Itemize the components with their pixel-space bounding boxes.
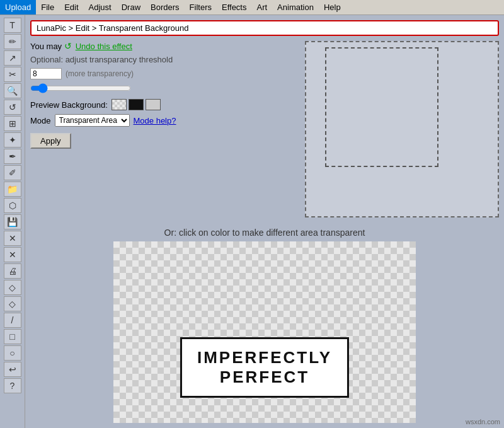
tool-zoom[interactable]: 🔍 xyxy=(4,83,21,98)
menu-help[interactable]: Help xyxy=(319,0,346,14)
tool-diamond2[interactable]: ◇ xyxy=(4,296,21,311)
tool-circle[interactable]: ○ xyxy=(4,345,21,361)
swatch-white[interactable] xyxy=(112,99,127,110)
preview-panel xyxy=(305,41,499,217)
menubar: Upload File Edit Adjust Draw Borders Fil… xyxy=(0,0,504,15)
tool-arrow[interactable]: ↗ xyxy=(4,50,21,66)
tool-pencil[interactable]: ✏ xyxy=(4,34,21,49)
tool-shape[interactable]: ⬡ xyxy=(4,198,21,213)
swatch-black[interactable] xyxy=(129,99,144,110)
main-layout: T ✏ ↗ ✂ 🔍 ↺ ⊞ ✦ ✒ ✐ 📁 ⬡ 💾 ✕ ✕ 🖨 ◇ ◇ / □ … xyxy=(0,15,504,428)
tool-close-x[interactable]: ✕ xyxy=(4,231,21,246)
menu-draw[interactable]: Draw xyxy=(117,0,146,14)
preview-bg-row: Preview Background: xyxy=(30,99,295,110)
tool-grid[interactable]: ⊞ xyxy=(4,116,21,131)
mode-help-link[interactable]: Mode help? xyxy=(134,116,176,125)
undo-row: You may ↺ Undo this effect xyxy=(30,41,295,51)
tool-rotate[interactable]: ↺ xyxy=(4,100,21,115)
menu-adjust[interactable]: Adjust xyxy=(84,0,117,14)
menu-edit[interactable]: Edit xyxy=(59,0,83,14)
menu-borders[interactable]: Borders xyxy=(146,0,185,14)
tool-line[interactable]: / xyxy=(4,313,21,328)
optional-row: Optional: adjust transparancy threshold xyxy=(30,55,295,64)
tool-rect[interactable]: □ xyxy=(4,329,21,344)
menu-animation[interactable]: Animation xyxy=(272,0,319,14)
menu-filters[interactable]: Filters xyxy=(185,0,217,14)
slider-row xyxy=(30,83,295,95)
watermark: wsxdn.com xyxy=(466,418,500,425)
canvas-text-line1: IMPERFECTLY xyxy=(197,348,332,367)
tool-folder[interactable]: 📁 xyxy=(4,182,21,197)
canvas-text-box: IMPERFECTLY PERFECT xyxy=(180,337,349,398)
threshold-hint: (more transparency) xyxy=(66,69,134,78)
optional-text: Optional: adjust transparancy threshold xyxy=(30,55,173,64)
apply-button[interactable]: Apply xyxy=(30,133,71,149)
menu-art[interactable]: Art xyxy=(251,0,272,14)
left-toolbar: T ✏ ↗ ✂ 🔍 ↺ ⊞ ✦ ✒ ✐ 📁 ⬡ 💾 ✕ ✕ 🖨 ◇ ◇ / □ … xyxy=(0,15,25,428)
threshold-slider[interactable] xyxy=(30,83,131,93)
or-text: Or: click on color to make different are… xyxy=(30,228,499,238)
swatch-light[interactable] xyxy=(146,99,161,110)
tool-diamond[interactable]: ◇ xyxy=(4,280,21,295)
threshold-input[interactable] xyxy=(30,68,62,79)
canvas-area[interactable]: IMPERFECTLY PERFECT xyxy=(113,241,416,423)
breadcrumb-text: LunaPic > Edit > Transparent Background xyxy=(37,23,188,33)
preview-bg-label: Preview Background: xyxy=(30,100,108,110)
preview-inner-box xyxy=(325,47,438,167)
mode-row: Mode Transparent Area Opaque Area Mode h… xyxy=(30,114,295,127)
controls-panel: You may ↺ Undo this effect Optional: adj… xyxy=(30,41,295,217)
mode-select[interactable]: Transparent Area Opaque Area xyxy=(55,114,130,127)
apply-row: Apply xyxy=(30,130,295,149)
top-section: You may ↺ Undo this effect Optional: adj… xyxy=(30,41,499,217)
menu-upload[interactable]: Upload xyxy=(0,0,36,14)
tool-pen[interactable]: ✒ xyxy=(4,149,21,164)
tool-print[interactable]: 🖨 xyxy=(4,263,21,279)
content-area: LunaPic > Edit > Transparent Background … xyxy=(25,15,504,428)
menu-effects[interactable]: Effects xyxy=(217,0,252,14)
tool-text[interactable]: T xyxy=(4,18,21,33)
tool-crop[interactable]: ✂ xyxy=(4,67,21,82)
menu-file[interactable]: File xyxy=(36,0,59,14)
threshold-row: (more transparency) xyxy=(30,68,295,79)
mode-label: Mode xyxy=(30,116,51,125)
tool-save[interactable]: 💾 xyxy=(4,214,21,229)
tool-close-x2[interactable]: ✕ xyxy=(4,247,21,262)
you-may-text: You may xyxy=(30,42,62,51)
tool-undo[interactable]: ↩ xyxy=(4,362,21,377)
breadcrumb: LunaPic > Edit > Transparent Background xyxy=(30,20,499,36)
undo-link[interactable]: Undo this effect xyxy=(76,42,132,51)
tool-star[interactable]: ✦ xyxy=(4,132,21,147)
undo-arrow-icon: ↺ xyxy=(64,41,72,51)
tool-help[interactable]: ? xyxy=(4,378,21,393)
canvas-text-line2: PERFECT xyxy=(197,367,332,387)
tool-edit[interactable]: ✐ xyxy=(4,165,21,180)
